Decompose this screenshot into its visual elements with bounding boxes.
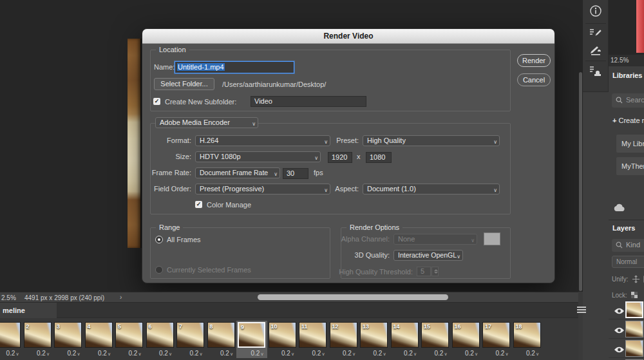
timeline-menu-icon[interactable] [577, 307, 586, 314]
fps-input[interactable]: 30 [283, 168, 308, 179]
height-input[interactable]: 1080 [366, 152, 392, 163]
frame-duration[interactable]: 0.2∨ [495, 350, 508, 357]
timeline-frame[interactable]: 16 0.2∨ [451, 321, 482, 358]
libraries-search-input[interactable]: Search [612, 93, 644, 108]
blend-mode-select[interactable]: Normal [612, 256, 644, 268]
frame-thumbnail[interactable]: 2 [24, 322, 52, 348]
frame-duration[interactable]: 0.2∨ [434, 350, 447, 357]
timeline-frame[interactable]: 11 0.2∨ [298, 321, 328, 358]
layer-row[interactable] [609, 319, 644, 339]
clone-stamp-icon[interactable] [589, 65, 602, 78]
zoom-level[interactable]: 2.5% [1, 294, 16, 301]
layer-thumbnail[interactable] [625, 321, 643, 337]
frame-thumbnail[interactable]: 15 [421, 322, 449, 348]
frame-thumbnail[interactable]: 1 [0, 322, 21, 348]
preset-select[interactable]: High Quality ∨ [363, 135, 500, 146]
frame-duration[interactable]: 0.2∨ [404, 350, 417, 357]
timeline-frame[interactable]: 5 0.2∨ [114, 321, 145, 358]
frame-thumbnail[interactable]: 14 [391, 322, 419, 348]
select-folder-button[interactable]: Select Folder... [154, 78, 214, 90]
frame-thumbnail[interactable]: 8 [207, 322, 235, 348]
subfolder-input[interactable]: Video [251, 96, 366, 107]
frame-thumbnail[interactable]: 18 [513, 322, 541, 348]
layer-thumbnail[interactable] [625, 340, 643, 357]
frame-thumbnail[interactable]: 3 [54, 322, 82, 348]
cancel-button[interactable]: Cancel [517, 73, 551, 86]
frame-duration[interactable]: 0.2∨ [251, 350, 263, 357]
library-item[interactable]: MyTheme [616, 157, 644, 175]
frame-thumbnail[interactable]: 6 [146, 322, 174, 348]
filename-input[interactable]: Untitled-1.mp4 [175, 61, 294, 73]
timeline-frame[interactable]: 3 0.2∨ [53, 321, 84, 358]
selected-frames-radio[interactable] [155, 266, 163, 274]
format-select[interactable]: H.264 ∨ [195, 135, 330, 146]
frame-thumbnail[interactable]: 11 [299, 322, 327, 348]
timeline-frame[interactable]: 17 0.2∨ [481, 321, 512, 358]
frame-thumbnail[interactable]: 13 [360, 322, 388, 348]
quality-select[interactable]: Interactive OpenGL ∨ [393, 250, 463, 261]
frame-rate-select[interactable]: Document Frame Rate ∨ [195, 167, 280, 178]
frame-duration[interactable]: 0.2∨ [373, 350, 386, 357]
frame-duration[interactable]: 0.2∨ [6, 350, 19, 357]
info-icon[interactable] [589, 5, 602, 17]
frame-thumbnail[interactable]: 5 [115, 322, 143, 348]
encoder-select[interactable]: Adobe Media Encoder ∨ [155, 117, 258, 128]
field-order-select[interactable]: Preset (Progressive) ∨ [195, 184, 330, 194]
timeline-frame[interactable]: 1 0.2∨ [0, 321, 23, 358]
all-frames-radio[interactable] [155, 236, 163, 243]
frame-duration[interactable]: 0.2∨ [98, 350, 111, 357]
frame-duration[interactable]: 0.2∨ [128, 350, 141, 357]
frame-thumbnail[interactable]: 7 [176, 322, 204, 348]
color-manage-checkbox[interactable]: ✓ [195, 201, 202, 208]
timeline-frame[interactable]: 6 0.2∨ [145, 321, 176, 358]
timeline-frame[interactable]: 8 0.2∨ [206, 321, 237, 358]
frame-thumbnail[interactable]: 17 [482, 322, 510, 348]
library-item[interactable]: My Library [616, 135, 644, 153]
brush-settings-icon[interactable] [589, 27, 602, 40]
frame-duration[interactable]: 0.2∨ [312, 350, 325, 357]
frame-duration[interactable]: 0.2∨ [37, 350, 50, 357]
frame-duration[interactable]: 0.2∨ [67, 350, 80, 357]
status-chevron-icon[interactable]: › [120, 294, 122, 301]
timeline-frame[interactable]: 9 0.2∨ [236, 321, 267, 358]
timeline-frame[interactable]: 14 0.2∨ [390, 321, 421, 358]
aspect-select[interactable]: Document (1.0) ∨ [363, 184, 500, 194]
frame-duration[interactable]: 0.2∨ [159, 350, 172, 357]
frame-duration[interactable]: 0.2∨ [465, 350, 478, 357]
visibility-eye-icon[interactable] [614, 306, 625, 314]
frame-duration[interactable]: 0.2∨ [189, 350, 202, 357]
brushes-icon[interactable] [589, 44, 602, 57]
timeline-frame[interactable]: 12 0.2∨ [328, 321, 359, 358]
frame-duration[interactable]: 0.2∨ [220, 350, 233, 357]
layer-row[interactable] [609, 300, 644, 319]
timeline-frame[interactable]: 2 0.2∨ [23, 321, 53, 358]
timeline-frame[interactable]: 4 0.2∨ [84, 321, 115, 358]
timeline-frame[interactable]: 18 0.2∨ [512, 321, 543, 358]
frame-thumbnail[interactable]: 16 [452, 322, 480, 348]
horizontal-scrollbar[interactable] [258, 294, 448, 300]
frame-thumbnail[interactable]: 9 [238, 322, 265, 348]
frame-duration[interactable]: 0.2∨ [343, 350, 355, 357]
create-library-button[interactable]: + Create new library [612, 117, 644, 124]
frame-thumbnail[interactable]: 4 [85, 322, 113, 348]
layers-kind-filter[interactable]: Kind [612, 239, 644, 252]
timeline-tab[interactable]: meline [0, 303, 57, 318]
frame-thumbnail[interactable]: 10 [269, 322, 296, 348]
frame-duration[interactable]: 0.2∨ [281, 350, 294, 357]
unify-position-icon[interactable] [632, 274, 640, 286]
vertical-scrollbar[interactable] [579, 72, 582, 291]
visibility-eye-icon[interactable] [614, 345, 625, 352]
subfolder-checkbox[interactable]: ✓ [153, 98, 160, 105]
size-select[interactable]: HDTV 1080p ∨ [195, 151, 321, 162]
layer-thumbnail[interactable] [625, 301, 643, 318]
render-button[interactable]: Render [517, 54, 551, 67]
layer-row[interactable] [609, 339, 644, 358]
timeline-frame[interactable]: 10 0.2∨ [267, 321, 298, 358]
frame-thumbnail[interactable]: 12 [330, 322, 357, 348]
width-input[interactable]: 1920 [328, 152, 352, 163]
cloud-sync-icon[interactable] [614, 203, 626, 214]
visibility-eye-icon[interactable] [614, 325, 625, 333]
timeline-frame[interactable]: 7 0.2∨ [175, 321, 206, 358]
timeline-frame[interactable]: 13 0.2∨ [359, 321, 390, 358]
frame-duration[interactable]: 0.2∨ [526, 350, 539, 357]
